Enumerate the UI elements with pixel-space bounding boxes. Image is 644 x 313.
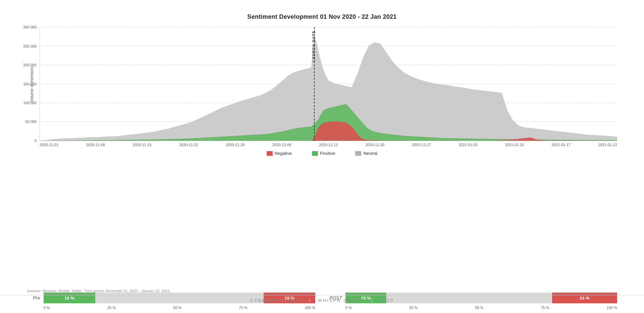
pre-x-100: 100 %	[305, 306, 315, 310]
x-tick-1122: 2020-11-22	[179, 143, 198, 147]
x-tick-1108: 2020-11-08	[86, 143, 105, 147]
page-container: Sentiment Development 01 Nov 2020 - 22 J…	[0, 0, 644, 313]
y-tick-250k: 250 000	[16, 44, 37, 48]
post-x-0: 0 %	[345, 306, 352, 310]
chart-wrapper: Volume of mentions 300 000 250 000 200 0…	[27, 27, 617, 141]
post-x-50: 50 %	[475, 306, 483, 310]
x-tick-1129: 2020-11-29	[226, 143, 245, 147]
x-tick-0122: 2021-01-22	[598, 143, 617, 147]
legend-negative-color	[267, 151, 273, 156]
area-chart-svg	[40, 27, 617, 141]
legend-negative-label: Negative	[275, 151, 292, 156]
legend-neutral-label: Neutral	[363, 151, 377, 156]
y-tick-50k: 50 000	[16, 120, 37, 124]
footer-company: WHISPR GROUP	[318, 298, 365, 303]
y-tick-0: 0	[16, 139, 37, 143]
footer-sep1: |	[309, 298, 311, 303]
footer-brand: CYBERPUNK 2077	[250, 298, 302, 303]
x-tick-0117: 2021-01-17	[552, 143, 571, 147]
legend-positive-label: Positive	[320, 151, 335, 156]
launch-date-label: LAUNCH DATE	[312, 30, 316, 62]
pre-x-axis: 0 % 25 % 50 % 75 % 100 %	[44, 306, 315, 310]
pre-x-25: 25 %	[107, 306, 116, 310]
source-text: Sources: Reviews, Reddit, Twitter. Time …	[27, 289, 171, 293]
x-tick-0110: 2021-01-10	[505, 143, 524, 147]
pre-x-0: 0 %	[44, 306, 50, 310]
x-tick-1115: 2020-11-15	[133, 143, 152, 147]
footer-sep2: |	[371, 298, 373, 303]
post-x-axis: 0 % 25 % 50 % 75 % 100 %	[345, 306, 617, 310]
x-tick-1101: 2020-11-01	[40, 143, 58, 147]
pre-x-50: 50 %	[173, 306, 181, 310]
y-tick-100k: 100 000	[16, 101, 37, 105]
post-x-75: 75 %	[541, 306, 549, 310]
y-tick-200k: 200 000	[16, 63, 37, 67]
x-tick-1213: 2020-12-13	[319, 143, 338, 147]
footer: CYBERPUNK 2077 | WHISPR GROUP | 2020	[0, 295, 644, 303]
legend-neutral-color	[355, 151, 361, 156]
x-axis: 2020-11-01 2020-11-08 2020-11-15 2020-11…	[27, 143, 617, 147]
x-tick-1220: 2020-12-20	[366, 143, 384, 147]
launch-date-line: LAUNCH DATE	[314, 27, 315, 141]
chart-title: Sentiment Development 01 Nov 2020 - 22 J…	[27, 13, 617, 20]
y-tick-150k: 150 000	[16, 82, 37, 86]
x-tick-1227: 2020-12-27	[412, 143, 431, 147]
x-tick-0103: 2021-01-03	[459, 143, 477, 147]
legend: Negative Positive Neutral	[27, 151, 617, 156]
legend-neutral: Neutral	[355, 151, 377, 156]
x-tick-1206: 2020-12-06	[272, 143, 291, 147]
legend-negative: Negative	[267, 151, 292, 156]
legend-positive-color	[312, 151, 318, 156]
chart-inner: 300 000 250 000 200 000 150 000 100 000 …	[40, 27, 617, 141]
y-tick-300k: 300 000	[16, 25, 37, 29]
post-x-25: 25 %	[409, 306, 418, 310]
legend-positive: Positive	[312, 151, 335, 156]
pre-x-75: 75 %	[239, 306, 248, 310]
chart-area: Sentiment Development 01 Nov 2020 - 22 J…	[27, 13, 617, 292]
post-x-100: 100 %	[607, 306, 617, 310]
footer-year: 2020	[380, 298, 394, 303]
